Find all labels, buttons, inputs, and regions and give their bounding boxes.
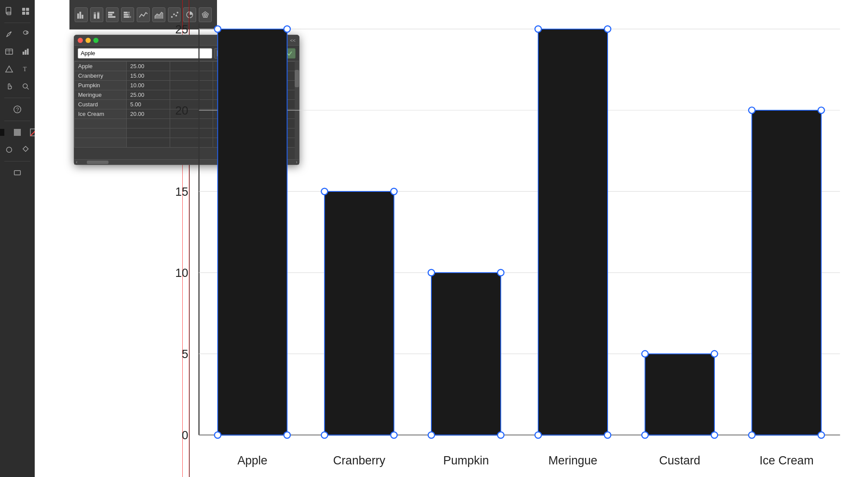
handle-cranberry-bl[interactable]: [321, 432, 328, 438]
svg-rect-2: [22, 8, 25, 11]
handle-cranberry-br[interactable]: [391, 432, 397, 438]
svg-rect-36: [108, 14, 112, 16]
handle-icecream-tr[interactable]: [818, 107, 825, 114]
handle-meringue-tl[interactable]: [535, 26, 542, 33]
handle-pumpkin-bl[interactable]: [428, 432, 434, 438]
window-close-btn[interactable]: [78, 38, 83, 43]
hand-tool-icon[interactable]: [1, 79, 17, 94]
grouped-bar-chart-btn[interactable]: [75, 7, 88, 22]
x-label-meringue: Meringue: [549, 454, 598, 467]
handle-apple-tl[interactable]: [214, 26, 221, 33]
handle-icecream-bl[interactable]: [749, 432, 755, 438]
bar-pumpkin[interactable]: [431, 273, 501, 435]
handle-meringue-tr[interactable]: [605, 26, 611, 33]
zoom-icon[interactable]: [18, 79, 33, 94]
y-label-5: 5: [182, 347, 188, 361]
circle-small-icon[interactable]: [1, 142, 17, 158]
toolbar-divider-4: [4, 161, 30, 161]
svg-rect-14: [27, 49, 29, 55]
table-cell-label[interactable]: Custard: [75, 100, 127, 109]
handle-pumpkin-br[interactable]: [497, 432, 504, 438]
svg-rect-4: [22, 12, 25, 15]
handle-custard-br[interactable]: [711, 432, 718, 438]
brush-tool-icon[interactable]: [18, 26, 33, 42]
handle-meringue-br[interactable]: [605, 432, 611, 438]
handle-apple-bl[interactable]: [214, 432, 221, 438]
x-label-cranberry: Cranberry: [333, 454, 386, 467]
svg-marker-26: [23, 146, 28, 151]
bar-chart: 0 5 10 15 20 25 Apple: [156, 13, 851, 477]
svg-rect-27: [14, 171, 20, 175]
handle-icecream-br[interactable]: [818, 432, 825, 438]
gray-fill-icon[interactable]: [10, 125, 25, 140]
handle-meringue-bl[interactable]: [535, 432, 542, 438]
handle-cranberry-tr[interactable]: [391, 188, 397, 195]
left-toolbar: T ?: [0, 0, 35, 477]
svg-marker-15: [6, 66, 13, 72]
toolbar-divider-2: [4, 98, 30, 98]
bar-custard[interactable]: [645, 354, 714, 435]
bar-ice-cream[interactable]: [752, 110, 821, 435]
handle-apple-tr[interactable]: [284, 26, 290, 33]
svg-rect-34: [97, 12, 99, 13]
horiz-bar-btn[interactable]: [106, 7, 119, 22]
svg-rect-12: [23, 52, 24, 55]
black-fill-icon[interactable]: [0, 125, 9, 140]
x-label-pumpkin: Pumpkin: [443, 454, 489, 467]
svg-rect-32: [94, 12, 96, 14]
svg-rect-40: [124, 14, 128, 16]
toolbar-divider-1: [4, 23, 30, 23]
handle-cranberry-tl[interactable]: [321, 188, 328, 195]
handle-custard-bl[interactable]: [642, 432, 648, 438]
svg-rect-22: [14, 129, 21, 136]
table-cell-label[interactable]: Meringue: [75, 90, 127, 100]
pen-tool-icon[interactable]: [1, 26, 17, 42]
paint-bucket-icon[interactable]: [18, 142, 33, 158]
line-chart-btn[interactable]: [137, 7, 150, 22]
bar-meringue[interactable]: [538, 29, 608, 435]
text-tool-icon[interactable]: T: [18, 61, 33, 77]
bar-chart-small-icon[interactable]: [18, 44, 33, 59]
table-cell-label[interactable]: Apple: [75, 62, 127, 71]
scroll-left-arrow[interactable]: ‹: [75, 160, 78, 164]
handle-icecream-tl[interactable]: [749, 107, 755, 114]
page-icon[interactable]: [18, 3, 33, 19]
svg-rect-21: [0, 129, 4, 136]
table-cell-label[interactable]: Cranberry: [75, 71, 127, 81]
handle-pumpkin-tr[interactable]: [497, 270, 504, 276]
svg-rect-38: [124, 12, 127, 13]
svg-rect-30: [82, 15, 83, 19]
stacked-bar-chart-btn[interactable]: [90, 7, 103, 22]
horiz-stacked-bar-btn[interactable]: [121, 7, 134, 22]
handle-custard-tr[interactable]: [711, 351, 718, 357]
table-cell-label[interactable]: Ice Cream: [75, 109, 127, 119]
table-cell-empty: [75, 128, 127, 138]
svg-rect-41: [128, 14, 130, 16]
svg-line-18: [27, 88, 29, 89]
handle-pumpkin-tl[interactable]: [428, 270, 434, 276]
svg-rect-29: [79, 12, 81, 19]
table-icon[interactable]: [1, 44, 17, 59]
x-label-ice-cream: Ice Cream: [760, 454, 814, 467]
shape-tool-icon[interactable]: [1, 61, 17, 77]
table-cell-empty: [75, 119, 127, 128]
handle-custard-tl[interactable]: [642, 351, 648, 357]
table-cell-label[interactable]: Pumpkin: [75, 81, 127, 90]
window-minimize-btn[interactable]: [85, 38, 91, 43]
y-label-25: 25: [175, 23, 188, 36]
bar-cranberry[interactable]: [325, 191, 394, 435]
svg-point-25: [7, 147, 12, 152]
document-icon[interactable]: [1, 3, 17, 19]
svg-rect-42: [124, 16, 129, 18]
window-maximize-btn[interactable]: [93, 38, 99, 43]
rectangle-tool-icon[interactable]: [10, 165, 25, 181]
bar-apple[interactable]: [218, 29, 287, 435]
svg-point-6: [10, 32, 12, 33]
scrollbar-h-thumb[interactable]: [87, 161, 108, 164]
handle-apple-br[interactable]: [284, 432, 290, 438]
main-area: << Apple25.: [35, 0, 868, 477]
table-cell-empty: [75, 138, 127, 148]
svg-rect-31: [94, 14, 96, 19]
help-icon[interactable]: ?: [10, 102, 25, 117]
svg-rect-37: [108, 16, 115, 18]
